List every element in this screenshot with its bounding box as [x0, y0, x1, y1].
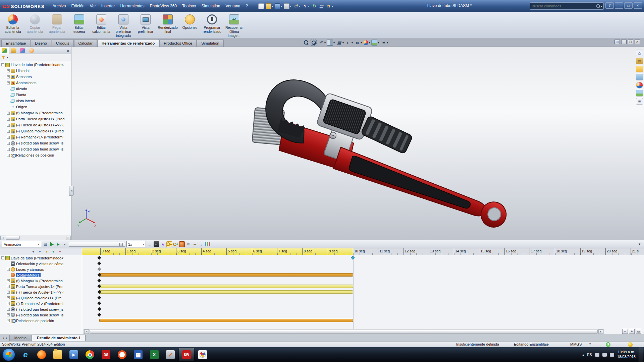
- chevron-down-icon[interactable]: [299, 5, 300, 8]
- keyboard-icon[interactable]: [595, 353, 599, 357]
- menu-item[interactable]: Archivo: [50, 2, 68, 10]
- panel-tab[interactable]: [18, 47, 27, 54]
- chevron-down-icon[interactable]: [308, 5, 309, 8]
- feature-tree-row[interactable]: Planta: [0, 92, 71, 98]
- tree-item-label[interactable]: Llave de tubo (Predeterminado<: [11, 63, 63, 67]
- chevron-down-icon[interactable]: [369, 41, 370, 44]
- tree-item-label[interactable]: Planta: [16, 93, 26, 97]
- motion-filter-icon[interactable]: [44, 249, 49, 254]
- feature-tree-row[interactable]: Vista lateral: [0, 98, 71, 104]
- expand-collapse-icon[interactable]: [7, 319, 10, 322]
- expand-collapse-icon[interactable]: [7, 279, 10, 282]
- commandmanager-tab[interactable]: Productos Office: [159, 39, 197, 47]
- motion-tool-button[interactable]: [179, 241, 185, 247]
- feature-tree-row[interactable]: Llave de tubo (Predeterminado<: [0, 62, 71, 68]
- timeline-row[interactable]: [82, 278, 644, 284]
- tree-item-label[interactable]: (-) Quijada movible<1> (Pred: [16, 129, 64, 133]
- sheet-tab-nav[interactable]: [1, 335, 9, 341]
- scroll-left-icon[interactable]: ◄: [84, 329, 89, 334]
- expand-collapse-icon[interactable]: [7, 313, 10, 316]
- motion-tree-row[interactable]: (f) Mango<1> (Predetermina: [0, 278, 82, 284]
- heads-up-button[interactable]: [371, 40, 379, 46]
- commandmanager-tab[interactable]: Ensamblaje: [1, 39, 30, 47]
- tree-item-label[interactable]: (-) slotted pan head screw_is: [16, 307, 63, 311]
- quickbar-button[interactable]: [318, 3, 324, 9]
- panel-collapse-handle[interactable]: ◄: [69, 186, 74, 196]
- heads-up-button[interactable]: [363, 40, 370, 45]
- menu-item[interactable]: PhotoView 360: [147, 2, 180, 10]
- task-pane-icon[interactable]: [636, 50, 643, 56]
- menu-item[interactable]: Simulation: [199, 2, 223, 10]
- quickbar-button[interactable]: [292, 3, 301, 9]
- commandmanager-tab[interactable]: Croquis: [52, 39, 74, 47]
- tree-item-label[interactable]: (-) Tuerca de Ajuste<1>-->? (: [16, 290, 64, 294]
- unit-system-label[interactable]: MMGS: [570, 342, 582, 346]
- timeline-key-bar[interactable]: [99, 319, 353, 322]
- feature-tree-row[interactable]: Historial: [0, 68, 71, 74]
- expand-collapse-icon[interactable]: [7, 142, 10, 145]
- ribbon-button[interactable]: Programar renderizado: [201, 13, 223, 37]
- expand-collapse-icon[interactable]: [7, 268, 10, 271]
- taskbar-app-button[interactable]: [130, 348, 146, 361]
- chevron-down-icon[interactable]: [601, 5, 602, 8]
- study-tab[interactable]: Estudio de movimiento 1: [32, 335, 86, 341]
- tree-item-label[interactable]: Orientación y vistas de cáma: [16, 262, 63, 266]
- panel-tab[interactable]: [9, 47, 18, 54]
- timeline-row[interactable]: [82, 312, 644, 318]
- tree-item-label[interactable]: Alzado: [16, 87, 27, 91]
- task-pane-icon[interactable]: [636, 90, 643, 97]
- tree-item-label[interactable]: Sensores: [16, 75, 32, 79]
- motion-tree-row[interactable]: Orientación y vistas de cáma: [0, 261, 82, 266]
- timeline-row[interactable]: [82, 289, 644, 295]
- taskbar-app-button[interactable]: [114, 348, 130, 361]
- ribbon-button[interactable]: Pegar apariencia: [46, 13, 68, 37]
- chevron-down-icon[interactable]: [352, 41, 353, 44]
- start-button[interactable]: [2, 348, 15, 361]
- quickbar-button[interactable]: [311, 3, 317, 9]
- pane-control-icon[interactable]: [614, 40, 620, 44]
- motion-tool-button[interactable]: [205, 241, 210, 247]
- quickbar-button[interactable]: [265, 3, 273, 9]
- timeline-key-bar[interactable]: [99, 285, 353, 288]
- taskbar-app-button[interactable]: [163, 348, 178, 361]
- scroll-left-icon[interactable]: ◄: [0, 236, 5, 240]
- chevron-down-icon[interactable]: [281, 5, 282, 8]
- motion-tree-row[interactable]: Luces y cámaras: [0, 266, 82, 272]
- timeline-row[interactable]: [82, 301, 644, 306]
- tree-item-label[interactable]: (-) Tuerca de Ajuste<1>-->? (: [16, 123, 64, 127]
- motion-tree-row[interactable]: RotaryMotor1: [0, 272, 82, 278]
- timeline-row[interactable]: [82, 295, 644, 301]
- feature-tree-row[interactable]: (-) Quijada movible<1> (Pred: [0, 128, 71, 134]
- motion-tool-button[interactable]: [160, 241, 166, 247]
- motion-filter-icon[interactable]: [31, 249, 36, 254]
- chevron-down-icon[interactable]: [387, 41, 388, 44]
- sheet-next-icon[interactable]: [5, 337, 8, 340]
- motion-tool-button[interactable]: [173, 241, 178, 247]
- tree-item-label[interactable]: Origen: [16, 105, 27, 109]
- chevron-down-icon[interactable]: [7, 56, 8, 59]
- quickbar-button[interactable]: [283, 3, 291, 9]
- tree-item-label[interactable]: Porta Tuerca ajuste<1> (Pred: [16, 117, 64, 121]
- feature-tree-row[interactable]: (-) slotted pan head screw_is: [0, 146, 71, 152]
- task-pane-icon[interactable]: [636, 82, 643, 88]
- expand-collapse-icon[interactable]: [7, 136, 10, 139]
- chevron-down-icon[interactable]: [378, 41, 379, 44]
- playback-speed-select[interactable]: 1x: [126, 241, 146, 247]
- chevron-down-icon[interactable]: [361, 41, 362, 44]
- motion-tree-row[interactable]: (-) Tuerca de Ajuste<1>-->? (: [0, 289, 82, 295]
- ribbon-button[interactable]: Copiar apariencia: [24, 13, 46, 37]
- ribbon-button[interactable]: Editar calcomanía: [91, 13, 112, 37]
- window-control-button[interactable]: [615, 2, 623, 9]
- timeline-end-key-diamond[interactable]: [351, 256, 355, 259]
- command-search[interactable]: [530, 2, 604, 10]
- ribbon-button[interactable]: Editar la apariencia: [2, 13, 23, 37]
- expand-collapse-icon[interactable]: [7, 285, 10, 288]
- ribbon-button[interactable]: Vista preliminar integrada: [113, 13, 134, 37]
- expand-collapse-icon[interactable]: [1, 256, 4, 259]
- commandmanager-tab[interactable]: Calcular: [74, 39, 97, 47]
- motion-filter-icon[interactable]: [51, 249, 56, 254]
- tree-item-label[interactable]: RotaryMotor1: [16, 273, 41, 277]
- pane-control-icon[interactable]: [628, 40, 633, 44]
- timeline-key-diamond[interactable]: [97, 256, 101, 259]
- playback-button[interactable]: [49, 241, 55, 247]
